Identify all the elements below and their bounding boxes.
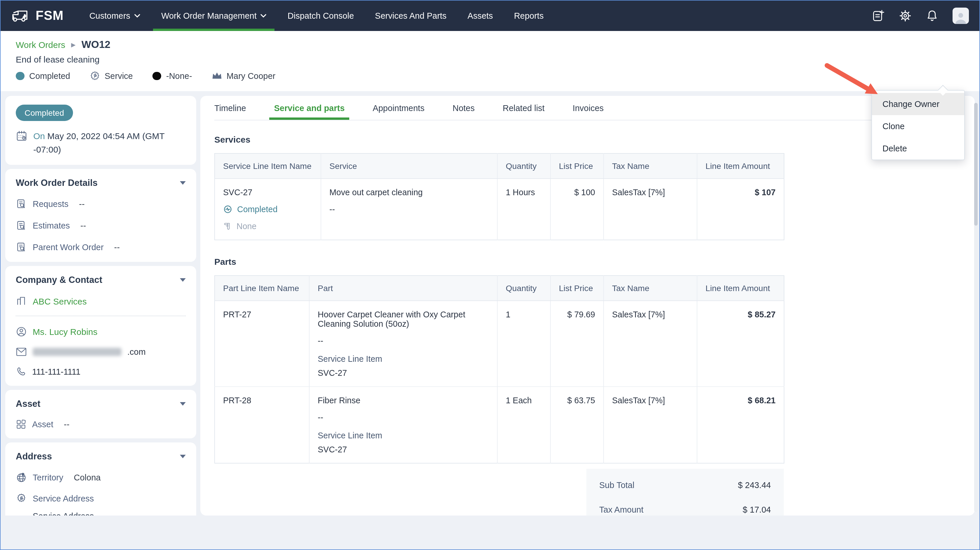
tab-service-and-parts[interactable]: Service and parts — [274, 96, 345, 120]
menu-item-delete[interactable]: Delete — [872, 137, 964, 159]
estimates-link[interactable]: Estimates — [33, 221, 70, 230]
company-item: ABC Services — [16, 295, 186, 307]
company-link[interactable]: ABC Services — [33, 296, 87, 306]
work-order-details-widget: Work Order Details Requests -- Estimates… — [5, 169, 196, 262]
scrollbar-thumb[interactable] — [974, 103, 978, 226]
line-item-status-icon — [223, 204, 232, 214]
truck-logo-icon — [11, 9, 30, 23]
collapse-caret-icon[interactable] — [180, 455, 186, 458]
nav-item-customers[interactable]: Customers — [89, 1, 140, 31]
part-tax: SalesTax [7%] — [604, 301, 697, 387]
services-table: Service Line Item Name Service Quantity … — [214, 153, 784, 240]
vertical-scrollbar[interactable] — [974, 103, 978, 512]
col-tax-name: Tax Name — [604, 276, 697, 301]
nav-item-assets[interactable]: Assets — [468, 1, 493, 31]
nav-item-dispatch-console[interactable]: Dispatch Console — [288, 1, 354, 31]
record-meta: Completed Service -None- Mary Cooper — [16, 71, 964, 81]
service-line-item-name[interactable]: SVC-27 — [223, 188, 312, 197]
territory-link[interactable]: Territory — [33, 473, 64, 482]
service-list-price: $ 100 — [550, 179, 604, 240]
contact-link[interactable]: Ms. Lucy Robins — [33, 327, 97, 337]
main-area: Completed OnMay 20, 2022 04:54 AM (GMT -… — [1, 91, 979, 520]
service-line-item-ref: SVC-27 — [318, 368, 489, 378]
part-row: PRT-28 Fiber Rinse -- Service Line Item … — [215, 387, 784, 463]
settings-icon[interactable] — [899, 10, 912, 22]
totals-box: Sub Total $ 243.44 Tax Amount $ 17.04 Di… — [586, 469, 784, 515]
nav-item-work-order-management[interactable]: Work Order Management — [161, 1, 267, 31]
detail-tabs: Timeline Service and parts Appointments … — [214, 96, 961, 120]
col-line-item-amount: Line Item Amount — [697, 153, 784, 179]
edit-dropdown-menu: Change Owner Clone Delete — [871, 90, 965, 160]
menu-item-clone[interactable]: Clone — [872, 115, 964, 137]
contact-icon — [16, 326, 27, 337]
parts-section-title: Parts — [214, 257, 961, 266]
app-logo[interactable]: FSM — [11, 8, 64, 23]
email-suffix: .com — [127, 347, 146, 357]
widget-title: Work Order Details — [16, 178, 97, 188]
line-item-doc-icon — [223, 222, 232, 231]
navbar-actions — [872, 8, 969, 24]
part-name: Fiber Rinse — [318, 396, 489, 405]
meta-type: Service — [90, 71, 133, 81]
service-line-item-label: Service Line Item — [318, 431, 489, 440]
tab-notes[interactable]: Notes — [453, 96, 475, 120]
part-name: Hoover Carpet Cleaner with Oxy Carpet Cl… — [318, 310, 489, 328]
none-dot — [153, 72, 161, 80]
service-quantity: 1 Hours — [497, 179, 550, 240]
part-line-item-name[interactable]: PRT-28 — [215, 387, 309, 463]
nav-item-reports[interactable]: Reports — [514, 1, 544, 31]
requests-value: -- — [79, 199, 85, 209]
new-record-icon[interactable] — [872, 10, 885, 22]
email-item[interactable]: .com — [16, 347, 186, 357]
part-list-price: $ 63.75 — [550, 387, 604, 463]
completed-on-row: OnMay 20, 2022 04:54 AM (GMT -07:00) — [16, 130, 186, 156]
part-quantity: 1 Each — [497, 387, 550, 463]
record-header: Work Orders ▶ WO12 End of lease cleaning… — [1, 31, 979, 91]
tab-timeline[interactable]: Timeline — [214, 96, 246, 120]
breadcrumb-work-orders-link[interactable]: Work Orders — [16, 40, 65, 50]
col-service-line-item-name: Service Line Item Name — [215, 153, 321, 179]
asset-value: -- — [64, 420, 70, 429]
phone-item[interactable]: 111-111-1111 — [16, 367, 186, 377]
completed-on-prefix: On — [33, 131, 45, 141]
tax-amount-row: Tax Amount $ 17.04 — [599, 505, 771, 514]
breadcrumb-chevron-icon: ▶ — [71, 41, 75, 48]
notifications-icon[interactable] — [926, 10, 939, 22]
collapse-caret-icon[interactable] — [180, 181, 186, 185]
collapse-caret-icon[interactable] — [180, 402, 186, 406]
service-type-icon — [90, 71, 100, 81]
detail-card: Timeline Service and parts Appointments … — [200, 96, 975, 515]
services-header-row: Service Line Item Name Service Quantity … — [215, 153, 784, 179]
lookup-doc-icon — [16, 198, 27, 210]
tab-appointments[interactable]: Appointments — [372, 96, 424, 120]
lookup-doc-icon — [16, 241, 27, 253]
territory-value: Colona — [74, 473, 101, 482]
app-logo-text: FSM — [36, 8, 64, 23]
requests-link[interactable]: Requests — [33, 199, 68, 209]
service-sub: -- — [329, 204, 489, 214]
service-line-item-label: Service Line Item — [318, 354, 489, 363]
parent-work-order-link[interactable]: Parent Work Order — [33, 242, 103, 252]
asset-link[interactable]: Asset — [32, 420, 53, 429]
menu-item-change-owner[interactable]: Change Owner — [872, 93, 964, 115]
service-address-link[interactable]: Service Address — [33, 494, 94, 503]
tab-related-list[interactable]: Related list — [503, 96, 544, 120]
status-widget: Completed OnMay 20, 2022 04:54 AM (GMT -… — [5, 96, 196, 165]
company-contact-widget: Company & Contact ABC Services Ms. Lucy … — [5, 266, 196, 386]
asset-item: Asset -- — [16, 419, 186, 430]
service-amount: $ 107 — [697, 179, 784, 240]
avatar[interactable] — [953, 8, 969, 24]
part-row: PRT-27 Hoover Carpet Cleaner with Oxy Ca… — [215, 301, 784, 387]
part-list-price: $ 79.69 — [550, 301, 604, 387]
breadcrumb: Work Orders ▶ WO12 — [16, 38, 964, 51]
parts-header-row: Part Line Item Name Part Quantity List P… — [215, 276, 784, 301]
requests-item: Requests -- — [16, 198, 186, 210]
service-row: SVC-27 Completed None — [215, 179, 784, 240]
part-line-item-name[interactable]: PRT-27 — [215, 301, 309, 387]
service-line-item-ref: SVC-27 — [318, 445, 489, 454]
nav-item-services-and-parts[interactable]: Services And Parts — [375, 1, 447, 31]
collapse-caret-icon[interactable] — [180, 278, 186, 282]
tab-invoices[interactable]: Invoices — [573, 96, 604, 120]
col-service: Service — [321, 153, 497, 179]
service-address-item: Service Address — [16, 493, 186, 504]
